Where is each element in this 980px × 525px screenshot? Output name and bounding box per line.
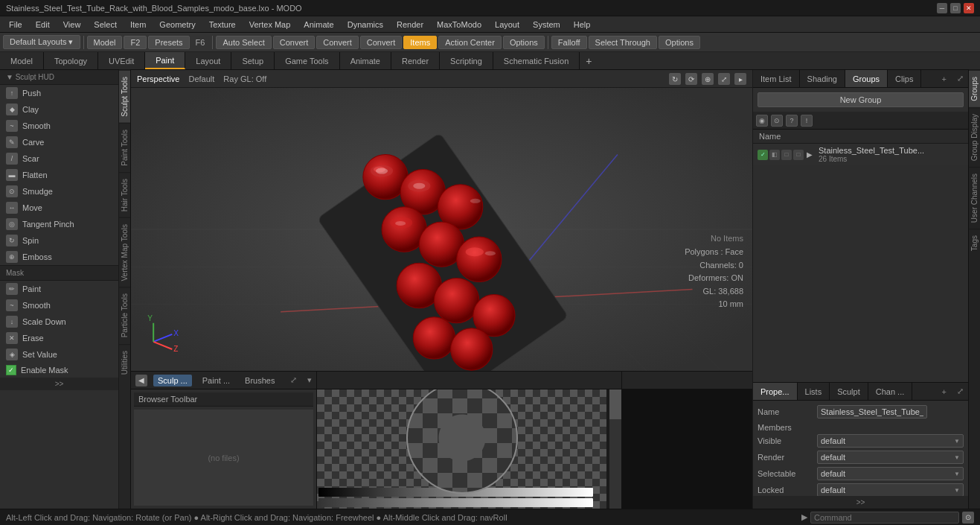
rvtab-user-channels[interactable]: User Channels [969,167,980,229]
menu-item-render[interactable]: Render [391,19,429,31]
menu-item-geometry[interactable]: Geometry [153,19,201,31]
alpha-canvas[interactable] [622,389,752,509]
tab-render[interactable]: Render [391,52,440,69]
command-icon[interactable]: ⊙ [962,512,974,524]
group-icon-c[interactable]: □ [793,150,804,160]
brushes-tab[interactable]: Brushes [240,375,279,386]
tool-scar[interactable]: / Scar [0,150,118,167]
menu-item-help[interactable]: Help [568,19,597,31]
menu-item-texture[interactable]: Texture [203,19,242,31]
tool-flatten[interactable]: ▬ Flatten [0,167,118,183]
tool-paint[interactable]: ✏ Paint [0,281,118,297]
select-through-button[interactable]: Select Through [589,36,657,49]
group-icon-2[interactable]: ⊙ [771,115,783,127]
right-tab-clips[interactable]: Clips [888,70,921,87]
props-tab-lists[interactable]: Lists [798,383,830,400]
tool-emboss[interactable]: ⊕ Emboss [0,249,118,265]
presets-button[interactable]: Presets [148,36,189,49]
group-visible-icon[interactable]: ✓ [758,150,768,160]
rvtab-group-display[interactable]: Group Display [969,107,980,167]
rvtab-groups[interactable]: Groups [969,70,980,107]
tab-add-button[interactable]: + [580,52,598,69]
tool-scale-down[interactable]: ↓ Scale Down [0,314,118,330]
menu-item-item[interactable]: Item [124,19,152,31]
menu-item-select[interactable]: Select [88,19,123,31]
falloff-button[interactable]: Falloff [551,36,587,49]
tool-move[interactable]: ↔ Move [0,200,118,216]
prop-name-input[interactable] [817,405,927,419]
menu-item-view[interactable]: View [57,19,87,31]
viewport-refresh-icon[interactable]: ⟳ [685,73,697,85]
tool-paint-smooth[interactable]: ~ Smooth [0,297,118,314]
tab-game-tools[interactable]: Game Tools [275,52,340,69]
tool-clay[interactable]: ◆ Clay [0,101,118,118]
auto-select-button[interactable]: Auto Select [216,36,271,49]
menu-item-file[interactable]: File [3,19,28,31]
menu-item-system[interactable]: System [527,19,566,31]
prop-render-select[interactable]: default ▼ [817,451,964,464]
menu-item-vertex map[interactable]: Vertex Map [243,19,297,31]
right-tab-item-list[interactable]: Item List [753,70,800,87]
minimize-button[interactable]: ─ [937,3,947,13]
tab-model[interactable]: Model [0,52,44,69]
tab-layout[interactable]: Layout [185,52,231,69]
side-tab-paint[interactable]: Paint Tools [119,123,130,172]
prop-selectable-select[interactable]: default ▼ [817,467,964,480]
group-icon-a[interactable]: ◧ [769,150,780,160]
prop-visible-select[interactable]: default ▼ [817,434,964,448]
tab-animate[interactable]: Animate [340,52,391,69]
right-tab-shading[interactable]: Shading [800,70,845,87]
tool-smudge[interactable]: ⊙ Smudge [0,183,118,200]
tool-tangent-pinch[interactable]: ◎ Tangent Pinch [0,216,118,232]
options1-button[interactable]: Options [503,36,545,49]
sculpt-hud-header[interactable]: ▼ Sculpt HUD [0,70,118,85]
menu-item-dynamics[interactable]: Dynamics [342,19,389,31]
tool-spin[interactable]: ↻ Spin [0,232,118,249]
viewport-canvas[interactable]: X Z Y No Items Polygons : Face Channels:… [131,88,752,371]
enable-mask-checkbox[interactable]: ✓ [6,365,16,375]
texture-canvas[interactable] [317,389,606,509]
tab-topology[interactable]: Topology [44,52,98,69]
group-icon-1[interactable]: ◉ [756,115,768,127]
rvtab-tags[interactable]: Tags [969,229,980,257]
menu-item-layout[interactable]: Layout [489,19,525,31]
tab-schematic-fusion[interactable]: Schematic Fusion [493,52,580,69]
tool-smooth[interactable]: ~ Smooth [0,118,118,134]
viewport-menu-icon[interactable]: ▸ [734,73,746,85]
side-tab-sculpt[interactable]: Sculpt Tools [119,70,130,123]
right-tab-add[interactable]: + [936,70,952,87]
tab-paint[interactable]: Paint [145,52,185,69]
sculpt-expand-icon[interactable]: ⤢ [290,375,297,385]
enable-mask-row[interactable]: ✓ Enable Mask [0,363,118,378]
new-group-button[interactable]: New Group [758,92,964,107]
tab-uvedit[interactable]: UVEdit [98,52,145,69]
side-tab-vertex[interactable]: Vertex Map Tools [119,217,130,287]
props-tab-properties[interactable]: Prope... [753,383,798,400]
texture-scroll-thumb[interactable] [609,389,621,419]
action-center-button[interactable]: Action Center [438,36,502,49]
paint-tab[interactable]: Paint ... [198,375,234,386]
side-tab-hair[interactable]: Hair Tools [119,172,130,217]
menu-item-maxtomodo[interactable]: MaxToModo [431,19,487,31]
mode-model-button[interactable]: Model [87,36,123,49]
sculpt-menu-icon[interactable]: ▾ [307,375,312,385]
side-tab-utilities[interactable]: Utilities [119,344,130,381]
viewport-expand-icon[interactable]: ⤢ [718,73,730,85]
convert2-button[interactable]: Convert [316,36,359,49]
props-add-button[interactable]: + [936,383,952,400]
sculpt-panel-icon[interactable]: ◀ [135,375,147,386]
command-input[interactable] [810,512,959,524]
props-tab-sculpt[interactable]: Sculpt [830,383,868,400]
props-tab-channels[interactable]: Chan ... [868,383,913,400]
right-panel-expand[interactable]: ⤢ [952,70,968,87]
tab-setup[interactable]: Setup [231,52,275,69]
close-button[interactable]: ✕ [964,3,974,13]
tool-carve[interactable]: ✎ Carve [0,134,118,150]
group-icon-b[interactable]: □ [781,150,792,160]
right-tab-groups[interactable]: Groups [845,70,888,87]
tool-push[interactable]: ↑ Push [0,85,118,101]
scroll-more-button[interactable]: >> [0,378,118,390]
sculpt-tab[interactable]: Sculp ... [153,375,192,386]
mode-f2-button[interactable]: F2 [124,36,147,49]
prop-locked-select[interactable]: default ▼ [817,483,964,496]
